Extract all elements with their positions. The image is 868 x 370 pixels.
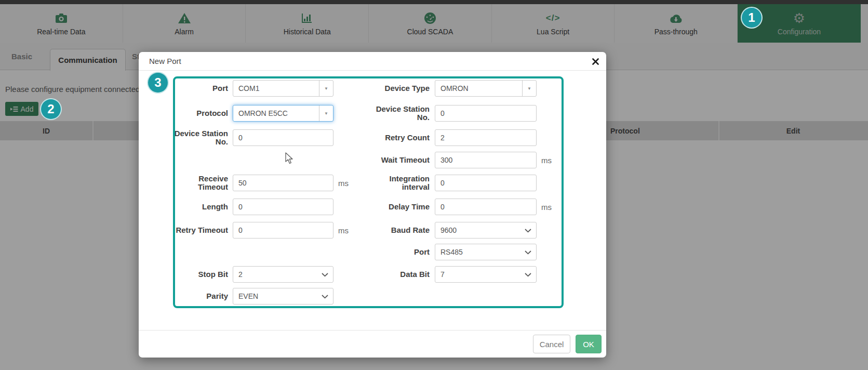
field-retry-timeout: Retry Timeout ms xyxy=(149,222,349,239)
annotation-step-2-badge: 2 xyxy=(40,98,62,120)
dropdown-caret-icon[interactable]: ▼ xyxy=(319,105,333,121)
chevron-down-icon xyxy=(525,250,531,255)
field-baud-rate: Baud Rate 9600 xyxy=(357,222,537,239)
field-delay-time: Delay Time ms xyxy=(357,199,552,215)
field-label: Port xyxy=(212,84,228,92)
retry-timeout-input[interactable] xyxy=(233,222,333,239)
receive-timeout-input[interactable] xyxy=(233,175,333,191)
chevron-down-icon xyxy=(322,273,328,277)
data-bit-select[interactable]: 7 xyxy=(435,266,537,283)
field-label: Device Type xyxy=(385,84,430,92)
field-receive-timeout: Receive Timeout ms xyxy=(149,175,349,191)
field-label: Baud Rate xyxy=(391,226,430,234)
modal-footer: Cancel OK xyxy=(139,330,606,358)
field-label: Retry Timeout xyxy=(176,226,228,234)
field-label: Device Station No. xyxy=(173,129,228,146)
wait-timeout-input[interactable] xyxy=(435,152,537,168)
new-port-modal: New Port Port COM1 ▼ Protocol OMRON E5CC… xyxy=(139,52,606,358)
field-label: Delay Time xyxy=(389,203,430,211)
retry-count-input[interactable] xyxy=(435,129,537,146)
dropdown-caret-icon[interactable]: ▼ xyxy=(522,81,536,96)
field-label: Length xyxy=(202,203,228,211)
field-label: Data Bit xyxy=(400,270,430,279)
length-input[interactable] xyxy=(233,199,333,215)
device-station-no-input-right[interactable] xyxy=(435,105,537,122)
field-label: Parity xyxy=(206,292,228,300)
field-label: Stop Bit xyxy=(198,270,229,279)
chevron-down-icon xyxy=(322,295,328,299)
field-label: Port xyxy=(414,248,430,256)
unit-label: ms xyxy=(541,156,552,165)
app-screen: Real-time Data Alarm Historical Data Clo… xyxy=(0,0,868,370)
field-device-station-no-left: Device Station No. xyxy=(149,129,333,146)
field-port-left: Port COM1 ▼ xyxy=(149,80,333,97)
field-stop-bit: Stop Bit 2 xyxy=(149,266,333,283)
modal-title: New Port xyxy=(149,57,181,65)
parity-select[interactable]: EVEN xyxy=(233,288,333,305)
cancel-button[interactable]: Cancel xyxy=(533,335,570,353)
field-port-right: Port RS485 xyxy=(357,244,537,260)
field-label: Wait Timeout xyxy=(381,156,430,164)
chevron-down-icon xyxy=(525,229,531,233)
dropdown-caret-icon[interactable]: ▼ xyxy=(319,81,333,96)
close-icon[interactable] xyxy=(591,57,600,66)
modal-header: New Port xyxy=(139,52,606,71)
device-type-select[interactable]: OMRON ▼ xyxy=(435,80,537,97)
protocol-select[interactable]: OMRON E5CC ▼ xyxy=(233,105,333,122)
field-protocol: Protocol OMRON E5CC ▼ xyxy=(149,105,333,122)
field-label: Integration interval xyxy=(375,175,430,191)
unit-label: ms xyxy=(338,226,349,235)
field-device-type: Device Type OMRON ▼ xyxy=(357,80,537,97)
unit-label: ms xyxy=(338,179,349,188)
field-device-station-no-right: Device Station No. xyxy=(357,105,537,122)
field-wait-timeout: Wait Timeout ms xyxy=(357,152,552,168)
chevron-down-icon xyxy=(525,273,531,277)
ok-button[interactable]: OK xyxy=(576,335,602,353)
device-station-no-input[interactable] xyxy=(233,129,333,146)
field-retry-count: Retry Count xyxy=(357,129,537,146)
stop-bit-select[interactable]: 2 xyxy=(233,266,333,283)
field-parity: Parity EVEN xyxy=(149,288,333,305)
field-label: Protocol xyxy=(196,109,228,117)
field-length: Length xyxy=(149,199,333,215)
field-label: Retry Count xyxy=(385,134,430,142)
annotation-step-1-badge: 1 xyxy=(741,7,763,29)
field-data-bit: Data Bit 7 xyxy=(357,266,537,283)
port-select[interactable]: COM1 ▼ xyxy=(233,80,333,97)
unit-label: ms xyxy=(541,203,552,212)
annotation-step-3-badge: 3 xyxy=(147,72,169,94)
port-type-select[interactable]: RS485 xyxy=(435,244,537,260)
delay-time-input[interactable] xyxy=(435,199,537,215)
field-integration-interval: Integration interval xyxy=(357,175,537,191)
baud-rate-select[interactable]: 9600 xyxy=(435,222,537,239)
field-label: Receive Timeout xyxy=(173,175,228,191)
integration-interval-input[interactable] xyxy=(435,175,537,191)
field-label: Device Station No. xyxy=(375,105,430,122)
